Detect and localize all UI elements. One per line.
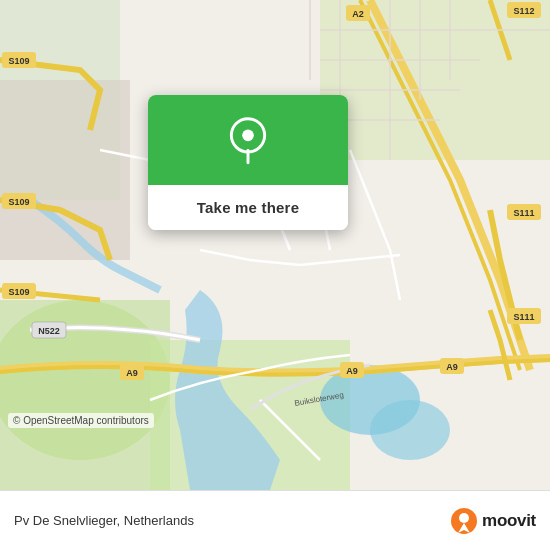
location-name: Pv De Snelvlieger, Netherlands: [14, 513, 194, 528]
location-pin-icon: [223, 117, 273, 167]
svg-text:S112: S112: [513, 6, 534, 16]
svg-text:S109: S109: [8, 56, 29, 66]
svg-text:S109: S109: [8, 287, 29, 297]
map: S109 S109 S109 S111 S111 S112 A2 N522 A9…: [0, 0, 550, 490]
moovit-brand-icon: [450, 507, 478, 535]
svg-rect-8: [0, 80, 130, 260]
location-popup: Take me there: [148, 95, 348, 230]
svg-text:A9: A9: [446, 362, 458, 372]
moovit-logo: moovit: [450, 507, 536, 535]
svg-text:N522: N522: [38, 326, 60, 336]
popup-header: [148, 95, 348, 185]
footer: Pv De Snelvlieger, Netherlands moovit: [0, 490, 550, 550]
svg-point-42: [242, 130, 254, 142]
svg-text:S111: S111: [513, 208, 534, 218]
svg-text:A2: A2: [352, 9, 364, 19]
svg-text:A9: A9: [126, 368, 138, 378]
take-me-there-button[interactable]: Take me there: [148, 185, 348, 230]
svg-text:S109: S109: [8, 197, 29, 207]
svg-text:S111: S111: [513, 312, 534, 322]
svg-point-5: [370, 400, 450, 460]
moovit-wordmark: moovit: [482, 511, 536, 531]
svg-point-44: [459, 513, 469, 523]
map-copyright: © OpenStreetMap contributors: [8, 413, 154, 428]
svg-text:A9: A9: [346, 366, 358, 376]
